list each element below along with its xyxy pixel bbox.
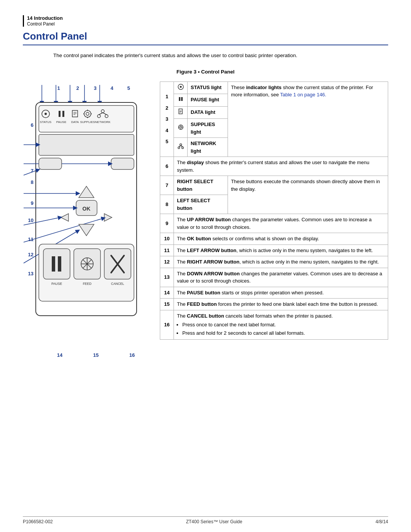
svg-line-81 [179, 145, 181, 147]
svg-text:CANCEL: CANCEL [111, 282, 124, 286]
row-num-4: 4 [166, 127, 168, 134]
control-panel-diagram: STATUS PAUSE DATA SUPPLIES NETWORK [35, 92, 145, 351]
side-num-13: 13 [28, 271, 33, 276]
svg-rect-10 [62, 111, 64, 117]
row-num-9: 9 [160, 214, 174, 233]
svg-line-82 [181, 145, 183, 147]
top-num-5: 5 [120, 85, 137, 91]
top-num-1: 1 [49, 85, 68, 91]
row-11-desc: The LEFT ARROW button, which is active o… [174, 244, 388, 256]
section-title: Control Panel [27, 21, 55, 27]
supplies-light-label: SUPPLIES light [191, 121, 215, 135]
svg-rect-35 [39, 158, 62, 169]
row-num-3: 3 [166, 115, 168, 123]
side-num-11: 11 [28, 236, 33, 242]
row-13-desc: The DOWN ARROW button changes the parame… [174, 268, 388, 287]
row-num-1: 1 [166, 93, 168, 101]
row-9-desc: The UP ARROW button changes the paramete… [174, 214, 388, 233]
svg-point-79 [178, 147, 180, 149]
svg-text:SUPPLIES: SUPPLIES [80, 120, 95, 124]
table-row: 14 The PAUSE button starts or stops prin… [160, 287, 388, 299]
row-num-2: 2 [166, 104, 168, 112]
svg-rect-50 [52, 256, 55, 272]
svg-rect-33 [111, 158, 134, 169]
svg-rect-6 [39, 105, 134, 132]
figure-caption: Figure 3 • Control Panel [23, 69, 388, 75]
svg-point-80 [182, 147, 183, 149]
table-row: 16 The CANCEL button cancels label forma… [160, 310, 388, 340]
diagram-area: 1 2 3 4 5 6 7 8 9 10 11 12 13 [23, 81, 160, 362]
svg-rect-9 [59, 111, 61, 117]
chapter-number: 14 [27, 15, 32, 21]
left-select-label: LEFT SELECT button [177, 198, 210, 211]
intro-text: The control panel indicates the printer'… [53, 51, 312, 60]
svg-text:OK: OK [83, 206, 91, 212]
bottom-num-16: 16 [119, 352, 145, 358]
pause-icon [178, 96, 184, 102]
table-row: 10 The OK button selects or confirms wha… [160, 233, 388, 245]
side-num-7: 7 [31, 168, 33, 174]
pause-light-label: PAUSE light [191, 97, 219, 102]
data-light-label: DATA light [191, 109, 215, 115]
svg-point-78 [180, 144, 182, 145]
row-6-desc: The display shows the printer's current … [174, 157, 388, 176]
row-num-14: 14 [160, 287, 174, 299]
row-num-12: 12 [160, 256, 174, 268]
bottom-num-15: 15 [83, 352, 109, 358]
svg-text:PAUSE: PAUSE [51, 282, 62, 286]
footer-center: ZT400 Series™ User Guide [186, 519, 242, 524]
row-num-10: 10 [160, 233, 174, 245]
right-select-label: RIGHT SELECT button [177, 179, 213, 192]
select-buttons-desc: These buttons execute the commands shown… [228, 176, 388, 214]
indicator-desc: These indicator lights show the current … [228, 81, 388, 157]
network-icon [178, 143, 184, 149]
svg-text:FEED: FEED [83, 282, 92, 286]
table-row: 7 RIGHT SELECT button These buttons exec… [160, 176, 388, 195]
table-row: 1 2 3 4 5 STATUS li [160, 81, 388, 94]
row-15-desc: The FEED button forces the printer to fe… [174, 299, 388, 310]
content-area: 1 2 3 4 5 6 7 8 9 10 11 12 13 [23, 81, 388, 362]
page-title: Control Panel [23, 30, 388, 45]
table-row: 11 The LEFT ARROW button, which is activ… [160, 244, 388, 256]
row-16-desc: The CANCEL button cancels label formats … [174, 310, 388, 340]
svg-rect-67 [181, 97, 183, 101]
cancel-bullet-list: Press once to cancel the next label form… [182, 321, 385, 337]
svg-rect-51 [58, 256, 61, 272]
row-14-desc: The PAUSE button starts or stops printer… [174, 287, 388, 299]
side-num-6: 6 [31, 122, 33, 128]
svg-point-8 [45, 113, 47, 115]
info-table: 1 2 3 4 5 STATUS li [160, 81, 388, 340]
page-header: 14 Introduction Control Panel [23, 15, 388, 27]
svg-text:STATUS: STATUS [40, 120, 51, 124]
row-num-16: 16 [160, 310, 174, 340]
side-num-12: 12 [28, 252, 33, 257]
svg-text:NETWORK: NETWORK [95, 120, 111, 124]
data-icon [178, 109, 184, 115]
footer-left: P1066582-002 [23, 519, 53, 524]
row-12-desc: The RIGHT ARROW button, which is active … [174, 256, 388, 268]
svg-text:PAUSE: PAUSE [56, 120, 67, 124]
table-row: 15 The FEED button forces the printer to… [160, 299, 388, 310]
svg-point-73 [180, 126, 182, 128]
svg-rect-49 [43, 249, 70, 279]
table-row: 13 The DOWN ARROW button changes the par… [160, 268, 388, 287]
side-num-10: 10 [28, 217, 33, 223]
side-num-8: 8 [31, 179, 33, 185]
cancel-bullet-1: Press once to cancel the next label form… [182, 321, 385, 329]
table-row: 9 The UP ARROW button changes the parame… [160, 214, 388, 233]
table-row: 12 The RIGHT ARROW button, which is acti… [160, 256, 388, 268]
footer-right: 4/8/14 [376, 519, 388, 524]
row-num-13: 13 [160, 268, 174, 287]
row-num-8: 8 [160, 195, 174, 214]
svg-point-65 [180, 86, 182, 88]
chapter-title: Introduction [34, 15, 63, 21]
row-num-11: 11 [160, 244, 174, 256]
top-num-3: 3 [87, 85, 104, 91]
page-footer: P1066582-002 ZT400 Series™ User Guide 4/… [23, 516, 388, 524]
row-num-7: 7 [160, 176, 174, 195]
top-num-4: 4 [104, 85, 120, 91]
status-icon [178, 84, 184, 90]
side-num-9: 9 [31, 200, 33, 206]
row-10-desc: The OK button selects or confirms what i… [174, 233, 388, 245]
top-num-2: 2 [68, 85, 87, 91]
